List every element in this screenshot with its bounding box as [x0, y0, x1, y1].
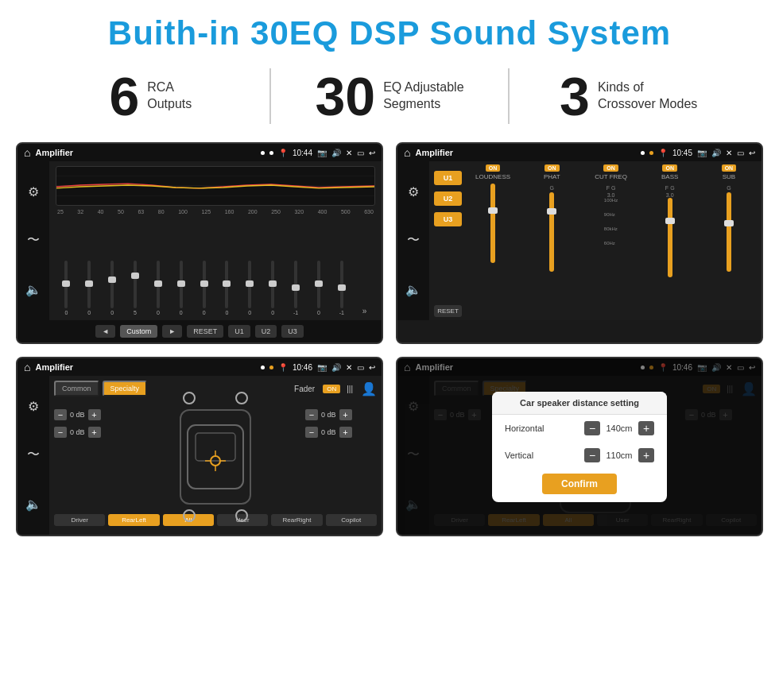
fader-plus-1[interactable]: + — [88, 409, 101, 420]
cross-u1-btn[interactable]: U1 — [434, 171, 462, 185]
freq-160: 160 — [225, 209, 234, 215]
cross-label-sub: SUB — [723, 173, 735, 180]
screen2-time: 10:45 — [672, 149, 692, 157]
cross-wave-icon[interactable]: 〜 — [407, 232, 420, 249]
eq-filter-icon[interactable]: ⚙ — [28, 184, 39, 199]
fader-plus-2[interactable]: + — [88, 427, 101, 438]
freq-40: 40 — [98, 209, 104, 215]
volume-icon-2: 🔊 — [711, 149, 721, 157]
eq-slider-7[interactable]: 0 — [216, 261, 238, 315]
screen-distance: ⌂ Amplifier 📍 10:46 📷 🔊 ✕ ▭ ↩ ⚙ 〜 🔈 Comm… — [396, 357, 763, 536]
cross-on-cutfreq[interactable]: ON — [603, 164, 618, 172]
cross-slider-loudness[interactable] — [490, 184, 495, 317]
cross-on-phat[interactable]: ON — [545, 164, 560, 172]
dialog-horizontal-plus[interactable]: + — [638, 421, 654, 435]
status-dot-6 — [269, 365, 273, 369]
fader-btn-rearleft[interactable]: RearLeft — [108, 514, 159, 526]
fader-btn-driver[interactable]: Driver — [54, 514, 105, 526]
location-icon-2: 📍 — [658, 149, 668, 157]
stat-eq: 30 EQ AdjustableSegments — [287, 69, 493, 123]
cross-on-bass[interactable]: ON — [662, 164, 677, 172]
eq-speaker-icon[interactable]: 🔈 — [25, 282, 41, 297]
eq-u1-btn[interactable]: U1 — [228, 325, 250, 338]
fader-speaker-icon[interactable]: 🔈 — [25, 497, 41, 512]
status-dot-3 — [641, 151, 645, 155]
eq-u2-btn[interactable]: U2 — [255, 325, 277, 338]
cross-slider-bass[interactable] — [668, 198, 672, 317]
eq-slider-3[interactable]: 5 — [125, 261, 146, 315]
fader-minus-4[interactable]: − — [305, 427, 318, 438]
eq-more[interactable]: » — [354, 307, 375, 315]
home-icon[interactable]: ⌂ — [24, 146, 30, 159]
eq-wave-icon[interactable]: 〜 — [27, 232, 40, 249]
home-icon-3[interactable]: ⌂ — [24, 361, 30, 373]
dialog-horizontal-minus[interactable]: − — [584, 421, 600, 435]
cross-u3-btn[interactable]: U3 — [434, 212, 462, 226]
fader-filter-icon[interactable]: ⚙ — [28, 399, 39, 414]
cross-ch-bass: ON BASS FG 3.0 — [642, 164, 698, 317]
back-icon[interactable]: ↩ — [369, 149, 375, 157]
freq-32: 32 — [77, 209, 83, 215]
fader-minus-1[interactable]: − — [54, 409, 67, 420]
cross-on-sub[interactable]: ON — [722, 164, 737, 172]
stat-label-rca: RCAOutputs — [147, 79, 192, 113]
eq-slider-12[interactable]: -1 — [331, 261, 352, 315]
fader-tab-common[interactable]: Common — [54, 381, 99, 396]
eq-custom-btn[interactable]: Custom — [120, 325, 157, 338]
fader-tab-specialty[interactable]: Specialty — [103, 381, 148, 396]
eq-slider-2[interactable]: 0 — [102, 261, 123, 315]
eq-slider-5[interactable]: 0 — [170, 261, 192, 315]
dialog-horizontal-label: Horizontal — [505, 423, 545, 433]
camera-icon: 📷 — [317, 149, 327, 157]
car-diagram — [180, 409, 251, 505]
cross-filter-icon[interactable]: ⚙ — [408, 184, 419, 199]
fader-wave-icon[interactable]: 〜 — [27, 447, 40, 463]
back-icon-2[interactable]: ↩ — [749, 149, 755, 157]
fader-btn-rearright[interactable]: RearRight — [271, 514, 322, 526]
home-icon-2[interactable]: ⌂ — [404, 146, 410, 159]
fader-on-badge[interactable]: ON — [323, 385, 340, 393]
fader-content: − 0 dB + − 0 dB + — [54, 401, 377, 512]
battery-icon-2: ▭ — [737, 149, 744, 157]
screen3-title: Amplifier — [35, 362, 256, 372]
fader-sidebar: ⚙ 〜 🔈 — [17, 376, 49, 535]
fader-left: − 0 dB + − 0 dB + — [54, 401, 126, 512]
eq-slider-4[interactable]: 0 — [147, 261, 169, 315]
eq-next-btn[interactable]: ► — [162, 325, 182, 338]
cross-u2-btn[interactable]: U2 — [434, 191, 462, 206]
profile-icon[interactable]: 👤 — [361, 381, 377, 396]
stat-number-rca: 6 — [109, 69, 139, 123]
fader-minus-2[interactable]: − — [54, 427, 67, 438]
cross-reset-btn[interactable]: RESET — [434, 305, 462, 317]
freq-400: 400 — [318, 209, 327, 215]
eq-u3-btn[interactable]: U3 — [281, 325, 304, 338]
dialog-title: Car speaker distance setting — [492, 392, 667, 415]
eq-slider-8[interactable]: 0 — [239, 261, 261, 315]
screen2-title: Amplifier — [415, 148, 636, 157]
eq-slider-1[interactable]: 0 — [79, 261, 100, 315]
eq-slider-11[interactable]: 0 — [308, 261, 329, 315]
cross-slider-sub[interactable] — [727, 192, 731, 317]
eq-prev-btn[interactable]: ◄ — [95, 325, 115, 338]
eq-slider-10[interactable]: -1 — [285, 261, 307, 315]
fader-btn-copilot[interactable]: Copilot — [326, 514, 377, 526]
speaker-rl — [183, 509, 196, 522]
dialog-vertical-minus[interactable]: − — [584, 448, 600, 462]
fader-plus-4[interactable]: + — [339, 427, 352, 438]
fader-plus-3[interactable]: + — [339, 409, 352, 420]
fader-db-value-3: 0 dB — [321, 411, 336, 419]
cross-ch-loudness: ON LOUDNESS — [465, 164, 521, 317]
eq-slider-0[interactable]: 0 — [56, 261, 77, 315]
cross-on-loudness[interactable]: ON — [486, 164, 501, 172]
cross-slider-phat[interactable] — [549, 192, 554, 317]
eq-graph — [56, 166, 375, 206]
dialog-vertical-plus[interactable]: + — [638, 448, 654, 462]
fader-minus-3[interactable]: − — [305, 409, 318, 420]
confirm-button[interactable]: Confirm — [542, 474, 617, 494]
eq-reset-btn[interactable]: RESET — [187, 325, 223, 338]
cross-speaker-icon[interactable]: 🔈 — [405, 282, 421, 297]
eq-slider-6[interactable]: 0 — [193, 261, 215, 315]
back-icon-3[interactable]: ↩ — [369, 363, 375, 372]
eq-slider-9[interactable]: 0 — [262, 261, 284, 315]
battery-icon-3: ▭ — [357, 363, 364, 372]
